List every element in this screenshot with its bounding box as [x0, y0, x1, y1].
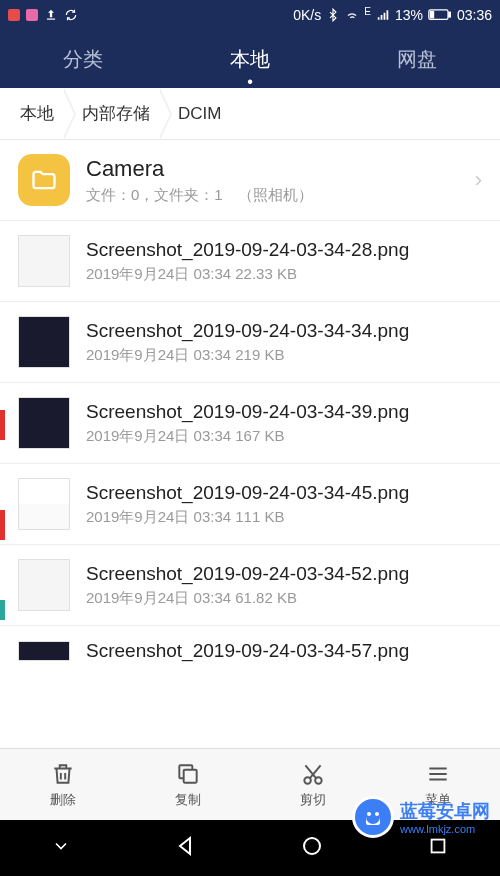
file-meta: 2019年9月24日 03:34 61.82 KB: [86, 589, 482, 608]
svg-point-9: [367, 812, 371, 816]
file-thumbnail: [18, 559, 70, 611]
file-thumbnail: [18, 397, 70, 449]
crumb-storage[interactable]: 内部存储: [68, 88, 164, 139]
app-notification-icon: [26, 9, 38, 21]
nav-back[interactable]: [174, 834, 198, 862]
file-meta: 2019年9月24日 03:34 111 KB: [86, 508, 482, 527]
cut-button[interactable]: 剪切: [300, 761, 326, 809]
file-meta: 2019年9月24日 03:34 219 KB: [86, 346, 482, 365]
svg-rect-4: [183, 769, 196, 782]
bluetooth-icon: [326, 8, 340, 22]
file-item[interactable]: Screenshot_2019-09-24-03-34-45.png 2019年…: [0, 464, 500, 545]
cut-label: 剪切: [300, 791, 326, 809]
copy-label: 复制: [175, 791, 201, 809]
file-name: Screenshot_2019-09-24-03-34-39.png: [86, 401, 482, 423]
chevron-right-icon: ›: [475, 167, 482, 193]
file-list[interactable]: Camera 文件：0，文件夹：1 （照相机） › Screenshot_201…: [0, 140, 500, 748]
edge-marker: [0, 600, 5, 620]
file-name: Screenshot_2019-09-24-03-34-45.png: [86, 482, 482, 504]
svg-rect-0: [47, 19, 55, 20]
folder-meta: 文件：0，文件夹：1 （照相机）: [86, 186, 459, 205]
nav-recent[interactable]: [427, 835, 449, 861]
edge-marker: [0, 510, 5, 540]
file-meta: 2019年9月24日 03:34 167 KB: [86, 427, 482, 446]
tab-category[interactable]: 分类: [55, 42, 111, 77]
svg-rect-2: [449, 13, 451, 18]
signal-type: E: [364, 6, 371, 17]
delete-label: 删除: [50, 791, 76, 809]
file-thumbnail: [18, 316, 70, 368]
top-tabs: 分类 本地 网盘: [0, 30, 500, 88]
wifi-icon: [345, 8, 359, 22]
file-name: Screenshot_2019-09-24-03-34-34.png: [86, 320, 482, 342]
folder-icon: [18, 154, 70, 206]
svg-point-7: [304, 838, 320, 854]
sync-icon: [64, 8, 78, 22]
file-thumbnail: [18, 235, 70, 287]
file-item[interactable]: Screenshot_2019-09-24-03-34-28.png 2019年…: [0, 221, 500, 302]
folder-name: Camera: [86, 156, 459, 182]
file-item[interactable]: Screenshot_2019-09-24-03-34-57.png: [0, 626, 500, 676]
svg-point-10: [375, 812, 379, 816]
watermark: 蓝莓安卓网 www.lmkjz.com: [352, 796, 490, 838]
file-meta: 2019年9月24日 03:34 22.33 KB: [86, 265, 482, 284]
copy-button[interactable]: 复制: [175, 761, 201, 809]
crumb-folder[interactable]: DCIM: [164, 88, 235, 139]
file-thumbnail: [18, 478, 70, 530]
file-thumbnail: [18, 641, 70, 661]
file-name: Screenshot_2019-09-24-03-34-57.png: [86, 640, 482, 662]
tab-cloud[interactable]: 网盘: [389, 42, 445, 77]
file-item[interactable]: Screenshot_2019-09-24-03-34-34.png 2019年…: [0, 302, 500, 383]
svg-rect-8: [431, 840, 444, 853]
nav-chevron-down[interactable]: [51, 836, 71, 860]
edge-marker: [0, 410, 5, 440]
signal-icon: [376, 8, 390, 22]
nav-home[interactable]: [300, 834, 324, 862]
crumb-root[interactable]: 本地: [6, 88, 68, 139]
file-item[interactable]: Screenshot_2019-09-24-03-34-39.png 2019年…: [0, 383, 500, 464]
file-item[interactable]: Screenshot_2019-09-24-03-34-52.png 2019年…: [0, 545, 500, 626]
breadcrumb: 本地 内部存储 DCIM: [0, 88, 500, 140]
watermark-title: 蓝莓安卓网: [400, 799, 490, 823]
watermark-logo-icon: [352, 796, 394, 838]
svg-rect-3: [430, 12, 433, 18]
battery-icon: [428, 8, 452, 22]
upload-icon: [44, 8, 58, 22]
watermark-url: www.lmkjz.com: [400, 823, 490, 835]
battery-percent: 13%: [395, 7, 423, 23]
network-speed: 0K/s: [293, 7, 321, 23]
status-bar: 0K/s E 13% 03:36: [0, 0, 500, 30]
tab-local[interactable]: 本地: [222, 42, 278, 77]
notification-icon: [8, 9, 20, 21]
file-name: Screenshot_2019-09-24-03-34-52.png: [86, 563, 482, 585]
folder-item[interactable]: Camera 文件：0，文件夹：1 （照相机） ›: [0, 140, 500, 221]
file-name: Screenshot_2019-09-24-03-34-28.png: [86, 239, 482, 261]
delete-button[interactable]: 删除: [50, 761, 76, 809]
clock: 03:36: [457, 7, 492, 23]
